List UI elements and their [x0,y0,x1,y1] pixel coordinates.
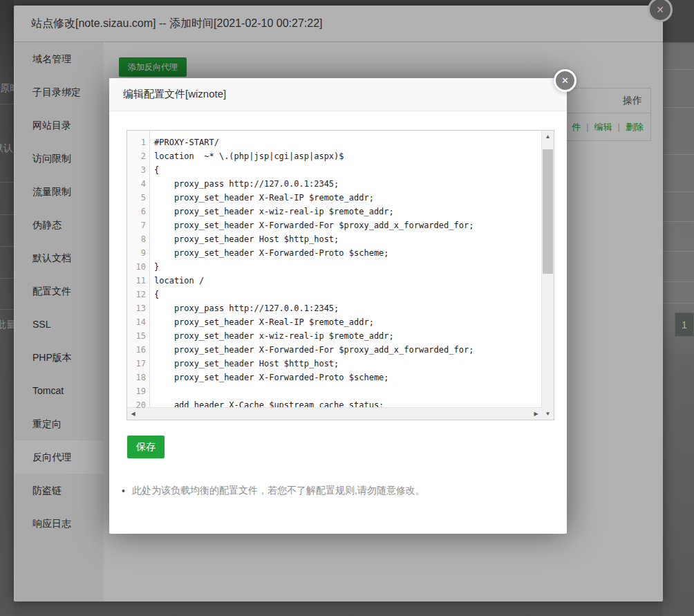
line-number: 3 [127,163,149,177]
screen: 原时 默认 批量 1 站点修改[note.sizau.com] -- 添加时间[… [0,0,694,616]
code-line: 16 proxy_set_header X-Forwarded-For $pro… [127,343,542,357]
code-line: 7 proxy_set_header X-Forwarded-For $prox… [127,218,542,232]
scroll-up-icon[interactable]: ▲ [542,131,554,142]
save-button[interactable]: 保存 [127,436,165,458]
background-text-fragment: 原时 [0,82,14,95]
code-line: 2 location ~* \.(php|jsp|cgi|asp|aspx)$ [127,149,542,163]
line-number: 12 [127,288,149,301]
code-text: proxy_set_header X-Forwarded-For $proxy_… [149,343,473,357]
config-help-note: • 此处为该负载均衡的配置文件，若您不了解配置规则,请勿随意修改。 [122,485,425,498]
code-line: 19 [127,384,542,398]
line-number: 19 [127,384,149,398]
inner-modal-close-button[interactable]: ✕ [554,69,576,92]
line-number: 5 [127,191,149,205]
line-number: 14 [127,315,149,329]
edit-config-modal: 编辑配置文件[wiznote] ✕ 1 #PROXY-START/ 2 loca… [109,78,567,534]
code-text: #PROXY-START/ [149,136,219,149]
code-text: proxy_set_header X-Forwarded-Proto $sche… [149,371,389,384]
code-line: 15 proxy_set_header x-wiz-real-ip $remot… [127,329,542,343]
vertical-scrollbar-thumb[interactable] [543,149,553,274]
line-number: 7 [127,218,149,232]
line-number: 6 [127,205,149,218]
code-text: proxy_set_header X-Real-IP $remote_addr; [149,191,374,205]
background-pagination-current: 1 [675,312,694,337]
line-number: 1 [127,136,149,149]
code-viewport[interactable]: 1 #PROXY-START/ 2 location ~* \.(php|jsp… [127,131,542,408]
scroll-down-icon[interactable]: ▼ [542,408,554,420]
code-text: } [149,260,159,274]
code-text: location / [149,274,204,288]
config-code-editor[interactable]: 1 #PROXY-START/ 2 location ~* \.(php|jsp… [126,130,554,420]
code-line: 18 proxy_set_header X-Forwarded-Proto $s… [127,371,542,384]
code-text: proxy_set_header x-wiz-real-ip $remote_a… [149,205,394,218]
horizontal-scrollbar[interactable]: ◀ ▶ [127,407,542,420]
line-number: 10 [127,260,149,274]
line-number: 4 [127,177,149,191]
code-line: 9 proxy_set_header X-Forwarded-Proto $sc… [127,246,542,260]
code-line: 14 proxy_set_header X-Real-IP $remote_ad… [127,315,542,329]
line-number: 18 [127,371,149,384]
code-line: 1 #PROXY-START/ [127,136,542,149]
code-line: 5 proxy_set_header X-Real-IP $remote_add… [127,191,542,205]
code-line: 8 proxy_set_header Host $http_host; [127,232,542,246]
scroll-left-icon[interactable]: ◀ [127,408,139,420]
line-number: 8 [127,232,149,246]
line-number: 15 [127,329,149,343]
code-text: location ~* \.(php|jsp|cgi|asp|aspx)$ [149,149,344,163]
code-text: proxy_set_header Host $http_host; [149,357,339,371]
line-number: 20 [127,398,149,408]
code-line: 12 { [127,288,542,301]
code-line: 20 add_header X-Cache $upstream_cache_st… [127,398,542,408]
background-text-fragment: 默认 [0,142,13,155]
background-page-left-strip: 原时 默认 批量 [0,0,14,616]
code-line: 10 } [127,260,542,274]
code-text: proxy_set_header X-Real-IP $remote_addr; [149,315,374,329]
code-text: proxy_set_header Host $http_host; [149,232,339,246]
line-number: 9 [127,246,149,260]
vertical-scrollbar[interactable]: ▲ ▼ [541,131,554,420]
close-icon: ✕ [656,4,664,15]
background-text-fragment: 批量 [0,319,14,331]
code-line: 17 proxy_set_header Host $http_host; [127,357,542,371]
close-icon: ✕ [561,75,569,86]
code-text: { [149,163,159,177]
code-line: 3 { [127,163,542,177]
config-help-text: 此处为该负载均衡的配置文件，若您不了解配置规则,请勿随意修改。 [132,485,425,497]
code-line: 13 proxy_pass http://127.0.0.1:2345; [127,301,542,315]
code-text: proxy_set_header x-wiz-real-ip $remote_a… [149,329,394,343]
scroll-right-icon[interactable]: ▶ [530,408,542,420]
line-number: 16 [127,343,149,357]
bullet-icon: • [122,485,125,498]
code-text: proxy_set_header X-Forwarded-For $proxy_… [149,218,473,232]
code-text: add_header X-Cache $upstream_cache_statu… [149,398,384,408]
line-number: 13 [127,301,149,315]
code-line: 11 location / [127,274,542,288]
code-text: { [149,288,159,301]
code-text: proxy_pass http://127.0.0.1:2345; [149,177,339,191]
edit-config-title: 编辑配置文件[wiznote] [109,78,567,111]
code-text: proxy_pass http://127.0.0.1:2345; [149,301,339,315]
line-number: 17 [127,357,149,371]
code-line: 4 proxy_pass http://127.0.0.1:2345; [127,177,542,191]
background-page-right-strip: 1 [663,0,694,616]
code-text: proxy_set_header X-Forwarded-Proto $sche… [149,246,389,260]
code-line: 6 proxy_set_header x-wiz-real-ip $remote… [127,205,542,218]
line-number: 2 [127,149,149,163]
code-text [149,384,154,398]
line-number: 11 [127,274,149,288]
